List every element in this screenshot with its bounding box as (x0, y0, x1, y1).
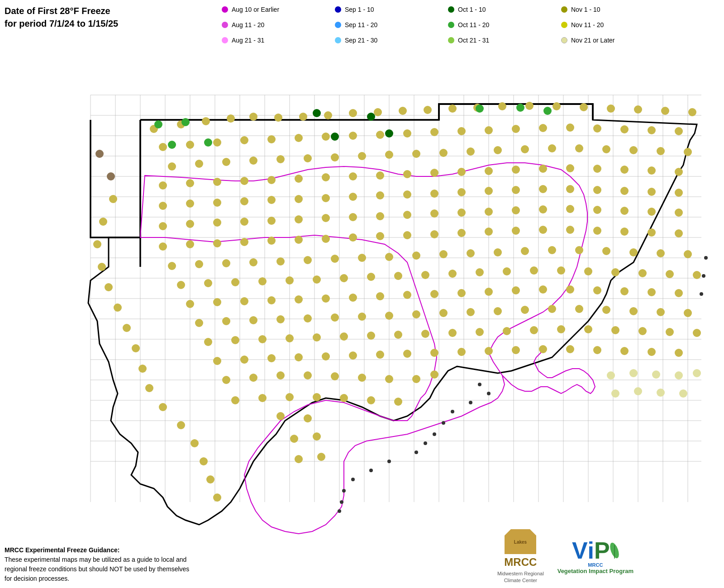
vip-subtext1: MRCC (588, 562, 603, 568)
vip-i: i (588, 539, 594, 562)
mrcc-logo-icon: Lakes (505, 529, 536, 554)
legend-item-sep1: Sep 1 - 10 (335, 2, 448, 17)
legend-item-sep11: Sep 11 - 20 (335, 18, 448, 32)
legend-item-nov21: Nov 21 or Later (561, 33, 674, 47)
legend-label-nov11: Nov 11 - 20 (571, 21, 604, 28)
legend-dot-sep21 (335, 37, 341, 43)
footer-line3: regional freeze conditions but should NO… (5, 564, 189, 574)
legend-item-sep21: Sep 21 - 30 (335, 33, 448, 47)
legend-dot-sep11 (335, 22, 341, 28)
footer-text: MRCC Experimental Freeze Guidance: These… (5, 545, 189, 583)
vip-subtext2: Vegetation Impact Program (557, 568, 634, 574)
legend-item-aug21: Aug 21 - 31 (222, 33, 335, 47)
legend-item-oct21: Oct 21 - 31 (448, 33, 561, 47)
vip-logo: V i P MRCC Vegetation Impact Program (557, 539, 634, 574)
legend-dot-aug21 (222, 37, 228, 43)
legend-item-nov11: Nov 11 - 20 (561, 18, 674, 32)
legend-dot-nov1 (561, 6, 567, 13)
legend-label-aug11: Aug 11 - 20 (232, 21, 264, 28)
legend-dot-aug10 (222, 6, 228, 13)
legend-dot-nov21 (561, 37, 567, 43)
mrcc-logo: Lakes MRCC Midwestern RegionalClimate Ce… (497, 529, 544, 583)
map-svg (0, 50, 724, 538)
legend-label-oct1: Oct 1 - 10 (458, 6, 486, 13)
legend-label-oct21: Oct 21 - 31 (458, 37, 489, 44)
legend-label-sep21: Sep 21 - 30 (345, 37, 377, 44)
vip-v: V (572, 539, 588, 562)
svg-text:Lakes: Lakes (514, 540, 527, 545)
mrcc-subtext: Midwestern RegionalClimate Center (497, 570, 544, 583)
legend-dot-oct21 (448, 37, 454, 43)
legend-item-aug11: Aug 11 - 20 (222, 18, 335, 32)
legend-label-aug21: Aug 21 - 31 (232, 37, 264, 44)
legend-label-oct11: Oct 11 - 20 (458, 21, 489, 28)
legend-item-nov1: Nov 1 - 10 (561, 2, 674, 17)
vip-leaf-icon (610, 541, 619, 560)
legend-item-oct11: Oct 11 - 20 (448, 18, 561, 32)
map-title: Date of First 28°F Freeze for period 7/1… (5, 5, 118, 30)
legend-label-nov21: Nov 21 or Later (571, 37, 615, 44)
legend: Aug 10 or Earlier Sep 1 - 10 Oct 1 - 10 … (222, 2, 674, 56)
legend-dot-nov11 (561, 22, 567, 28)
legend-dot-sep1 (335, 6, 341, 13)
legend-item-aug10: Aug 10 or Earlier (222, 2, 335, 17)
footer-line2: These experimental maps may be utilized … (5, 555, 189, 564)
legend-dot-oct1 (448, 6, 454, 13)
legend-label-sep11: Sep 11 - 20 (345, 21, 377, 28)
vip-p: P (594, 539, 610, 562)
legend-label-aug10: Aug 10 or Earlier (232, 6, 279, 13)
map-container: Date of First 28°F Freeze for period 7/1… (0, 0, 724, 588)
legend-label-sep1: Sep 1 - 10 (345, 6, 374, 13)
legend-dot-oct11 (448, 22, 454, 28)
svg-rect-0 (0, 50, 724, 538)
footer-logos: Lakes MRCC Midwestern RegionalClimate Ce… (497, 529, 634, 583)
footer-line1: MRCC Experimental Freeze Guidance: (5, 546, 119, 554)
legend-label-nov1: Nov 1 - 10 (571, 6, 600, 13)
legend-item-oct1: Oct 1 - 10 (448, 2, 561, 17)
footer-line4: for decision processes. (5, 574, 189, 583)
mrcc-text: MRCC (504, 556, 537, 569)
legend-dot-aug11 (222, 22, 228, 28)
